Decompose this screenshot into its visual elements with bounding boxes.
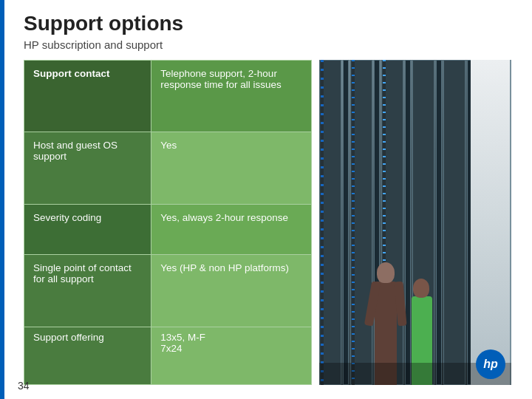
row-value: Yes (HP & non HP platforms)	[151, 255, 312, 327]
page-subtitle: HP subscription and support	[24, 38, 532, 51]
table-row: Single point of contact for all support …	[24, 255, 312, 327]
hp-logo: hp	[476, 349, 505, 379]
page-title: Support options	[24, 12, 532, 35]
row-label: Support offering	[24, 327, 151, 384]
row-value: 13x5, M-F 7x24	[151, 327, 312, 384]
photo-background: hp	[319, 60, 511, 385]
page: Support options HP subscription and supp…	[0, 0, 532, 399]
row-label: Single point of contact for all support	[24, 255, 151, 327]
table-row: Support offering 13x5, M-F 7x24	[24, 327, 312, 384]
main-area: Support contact Telephone support, 2-hou…	[24, 60, 532, 385]
row-value: Telephone support, 2-hour response time …	[151, 61, 312, 132]
support-table: Support contact Telephone support, 2-hou…	[24, 60, 312, 385]
row-label: Host and guest OS support	[24, 132, 151, 204]
datacenter-photo: hp	[319, 60, 511, 385]
table-row: Severity coding Yes, always 2-hour respo…	[24, 204, 312, 255]
row-label: Support contact	[24, 61, 151, 132]
row-value: Yes, always 2-hour response	[151, 204, 312, 255]
table-row: Support contact Telephone support, 2-hou…	[24, 61, 312, 132]
page-number: 34	[18, 380, 30, 392]
content-area: Support options HP subscription and supp…	[18, 12, 532, 399]
row-value: Yes	[151, 132, 312, 204]
accent-bar	[0, 0, 4, 399]
row-label: Severity coding	[24, 204, 151, 255]
table-row: Host and guest OS support Yes	[24, 132, 312, 204]
